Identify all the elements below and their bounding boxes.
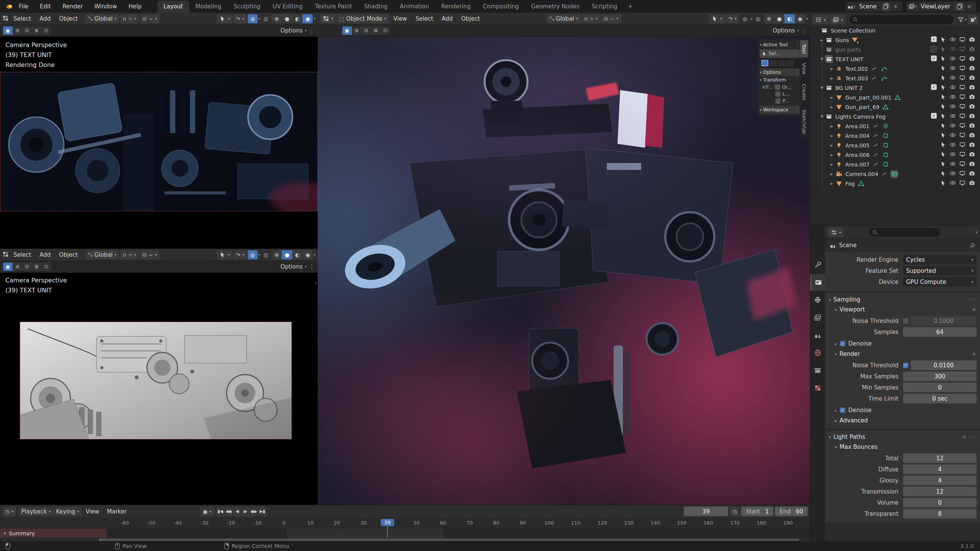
gizmo-toggle[interactable]: ↷▾ bbox=[233, 14, 247, 23]
transform-panel-header[interactable]: ▾Transform bbox=[760, 76, 800, 84]
shading-material[interactable]: ◐ bbox=[292, 250, 302, 259]
diffuse-field[interactable]: 4 bbox=[903, 465, 977, 474]
outliner-row-text-003[interactable]: ►aText.003 bbox=[810, 73, 980, 83]
main-menu-window[interactable]: Window bbox=[89, 3, 123, 10]
outliner-row-gun_part_00-001[interactable]: ►Gun_part_00.001 bbox=[810, 93, 980, 102]
current-frame-field[interactable]: 39 bbox=[684, 507, 728, 516]
disclosure-closed-icon[interactable]: ► bbox=[829, 162, 835, 166]
timeline-ruler[interactable]: -60-50-40-30-20-100102030506070809010011… bbox=[0, 518, 810, 529]
workspace-tab-shading[interactable]: Shading bbox=[358, 1, 394, 13]
hide-viewport-toggle[interactable] bbox=[950, 94, 956, 101]
selectable-toggle[interactable] bbox=[940, 103, 946, 111]
checkbox-parents[interactable] bbox=[775, 98, 781, 104]
hide-viewport-toggle[interactable] bbox=[950, 132, 956, 139]
hide-viewport-toggle[interactable] bbox=[950, 84, 956, 91]
subpanel-header-render[interactable]: ▾Render≡ bbox=[825, 349, 980, 359]
disable-viewport-toggle[interactable] bbox=[959, 151, 965, 158]
hide-viewport-toggle[interactable] bbox=[950, 180, 956, 187]
disclosure-closed-icon[interactable]: ► bbox=[829, 95, 835, 99]
properties-tab-render[interactable] bbox=[810, 274, 826, 291]
hide-viewport-toggle[interactable] bbox=[950, 103, 956, 111]
transmission-field[interactable]: 12 bbox=[903, 487, 977, 496]
panel-header-sampling[interactable]: ▾Sampling∷∷ bbox=[825, 295, 980, 305]
viewport-options-dropdown[interactable]: Options▾⋮ bbox=[281, 263, 315, 270]
shading-solid[interactable]: ● bbox=[282, 250, 292, 259]
blender-logo[interactable] bbox=[5, 3, 13, 10]
timeline-scrollbar[interactable] bbox=[99, 538, 799, 541]
xray-toggle[interactable]: ▩ bbox=[753, 14, 763, 23]
transform-orientation[interactable]: ⤡Global▾ bbox=[547, 14, 581, 23]
active-tool-header[interactable]: ▾Active Tool⋮ bbox=[760, 41, 800, 49]
main-menu-edit[interactable]: Edit bbox=[34, 3, 57, 10]
shading-solid[interactable]: ● bbox=[774, 14, 784, 23]
collection-checkbox[interactable]: ✓ bbox=[931, 113, 937, 119]
mode-selector[interactable]: ⬚Object Mode▾ bbox=[336, 14, 389, 23]
transform-orientation[interactable]: ⤡Global▾ bbox=[85, 250, 119, 259]
shading-wireframe[interactable]: ⊕ bbox=[271, 14, 282, 23]
properties-search[interactable] bbox=[869, 228, 940, 237]
overlays-toggle[interactable]: ◎ bbox=[248, 14, 258, 23]
menu-marker[interactable]: Marker bbox=[103, 508, 131, 515]
panel-header-light-paths[interactable]: ▾Light Paths≡ ∷∷ bbox=[825, 432, 980, 442]
disable-render-toggle[interactable] bbox=[969, 180, 975, 187]
display-mode-button[interactable]: ▾ bbox=[830, 15, 846, 24]
shading-rendered[interactable]: ◉ bbox=[302, 250, 313, 259]
outliner-row-bg-unit-2[interactable]: ▼BG UNIT 2✓ bbox=[810, 83, 980, 93]
disable-viewport-toggle[interactable] bbox=[959, 55, 965, 63]
menu-select[interactable]: Select bbox=[10, 15, 35, 22]
disclosure-closed-icon[interactable]: ► bbox=[829, 124, 835, 128]
denoise-checkbox[interactable]: ✓ bbox=[840, 408, 845, 413]
play-reverse-button[interactable]: ◀ bbox=[233, 507, 242, 516]
menu-add[interactable]: Add bbox=[438, 15, 457, 22]
viewport-left-top[interactable]: Camera Perspective(39) TEXT UNITRenderin… bbox=[0, 13, 318, 249]
disable-render-toggle[interactable] bbox=[969, 94, 975, 101]
visibility-dropdown[interactable]: ▾ bbox=[217, 250, 232, 259]
menu-object[interactable]: Object bbox=[457, 15, 484, 22]
menu-add[interactable]: Add bbox=[36, 15, 54, 22]
sidebar-tab-view[interactable]: View bbox=[800, 59, 808, 78]
disable-render-toggle[interactable] bbox=[969, 103, 975, 111]
menu-keying[interactable]: Keying▾ bbox=[53, 507, 82, 516]
select-mode-buttons[interactable]: ▣⊞⊟⊠⊡ bbox=[342, 26, 390, 35]
workspace-tab-geometry-nodes[interactable]: Geometry Nodes bbox=[525, 1, 586, 13]
sidebar-tab-create[interactable]: Create bbox=[800, 80, 808, 104]
menu-view[interactable]: View bbox=[390, 15, 411, 22]
shading-material[interactable]: ◐ bbox=[292, 14, 302, 23]
menu-select[interactable]: Select bbox=[10, 251, 35, 258]
selectable-toggle[interactable] bbox=[940, 142, 946, 149]
play-button[interactable]: ▶ bbox=[242, 507, 250, 516]
xray-toggle[interactable]: ▩ bbox=[261, 250, 271, 259]
transparent-field[interactable]: 8 bbox=[903, 509, 977, 518]
hide-viewport-toggle[interactable] bbox=[950, 113, 956, 120]
disable-viewport-toggle[interactable] bbox=[959, 113, 965, 120]
menu-add[interactable]: Add bbox=[36, 251, 54, 258]
properties-tab-tool[interactable] bbox=[810, 256, 825, 273]
selectable-toggle[interactable] bbox=[940, 36, 946, 44]
disable-render-toggle[interactable] bbox=[969, 170, 975, 178]
disclosure-closed-icon[interactable]: ► bbox=[829, 134, 835, 138]
hide-viewport-toggle[interactable] bbox=[950, 151, 956, 158]
add-workspace-button[interactable]: + bbox=[624, 1, 638, 13]
editor-type-icon[interactable] bbox=[2, 15, 9, 23]
jump-to-end-button[interactable]: ▶▮ bbox=[258, 507, 267, 516]
disable-viewport-toggle[interactable] bbox=[959, 170, 965, 178]
noise-threshold-checkbox[interactable]: ✓ bbox=[903, 363, 908, 368]
selectable-toggle[interactable] bbox=[940, 75, 946, 82]
selectable-toggle[interactable] bbox=[940, 46, 946, 53]
selectable-toggle[interactable] bbox=[940, 84, 946, 91]
disable-viewport-toggle[interactable] bbox=[959, 84, 965, 91]
subpanel-header-viewport[interactable]: ▾Viewport≡ bbox=[825, 305, 980, 315]
editor-type-button[interactable]: ▾ bbox=[828, 228, 844, 237]
tool-icon-grid[interactable] bbox=[760, 59, 800, 68]
auto-keying-toggle[interactable]: ◉▾ bbox=[200, 507, 214, 516]
disable-viewport-toggle[interactable] bbox=[959, 75, 965, 82]
remove-viewlayer-button[interactable]: × bbox=[964, 3, 974, 10]
disable-render-toggle[interactable] bbox=[969, 75, 975, 82]
selectable-toggle[interactable] bbox=[940, 94, 946, 101]
editor-type-button[interactable]: ◷▾ bbox=[2, 507, 16, 516]
disclosure-closed-icon[interactable]: ► bbox=[829, 76, 835, 80]
collection-checkbox[interactable]: ✓ bbox=[931, 55, 937, 61]
disclosure-closed-icon[interactable]: ► bbox=[829, 172, 835, 176]
snap-toggle[interactable]: ∩⊹▾ bbox=[120, 250, 139, 259]
jump-to-start-button[interactable]: ▮◀ bbox=[216, 507, 225, 516]
